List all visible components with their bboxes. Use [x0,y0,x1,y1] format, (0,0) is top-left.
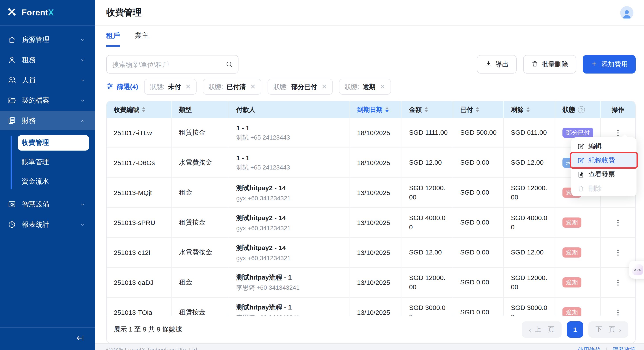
column-header[interactable]: 收費編號 [107,101,172,118]
pagination-summary: 展示 1 至 9 共 9 條數據 [114,325,182,334]
chip-key: 狀態: [273,83,288,91]
kebab-icon [614,308,622,316]
table-header: 收費編號類型付款人到期日期金額已付剩餘狀態?操作 [107,101,635,118]
cell-fee-id: 251017-D6Gs [107,148,172,177]
sidebar-item-people[interactable]: 人員 [0,70,95,90]
payer-name: 测试hitpay流程 - 1 [236,273,292,282]
terms-link[interactable]: 使用條款 [578,346,600,350]
cell-payer: 测试hitpay流程 - 1李思錡 +60 341343241 [229,268,350,297]
footer: ©2025 ForentX Technology Pte. Ltd. 使用條款 … [95,344,644,350]
payer-name: 测试hitpay2 - 14 [236,244,286,252]
filter-chip-2: 狀態:部分已付✕ [268,79,332,95]
chip-value: 部分已付 [291,83,317,91]
sidebar-item-contracts[interactable]: 契約檔案 [0,91,95,110]
cell-due-date: 13/10/2025 [350,268,402,297]
chevDown-icon [80,222,86,227]
table-row: 251013-sPRU租賃按金测试hitpay2 - 14gyx +60 341… [107,208,635,238]
next-page-button[interactable]: 下一頁 › [588,321,628,338]
sort-icon[interactable] [526,107,530,113]
sidebar-item-reports[interactable]: 報表統計 [0,215,95,234]
privacy-link[interactable]: 隱私政策 [613,346,636,350]
cell-due-date: 18/10/2025 [350,118,402,148]
sort-icon[interactable] [385,107,389,113]
cell-paid: SGD 500.00 [453,118,504,148]
cell-payer: 1 - 1測試 +65 24123443 [229,148,350,177]
page-title: 收費管理 [106,6,142,18]
toolbar-actions: 導出 批量刪除 添加費用 [477,55,636,74]
filter-button[interactable]: 篩選(4) [106,82,138,91]
sidebar: ForentX 房源管理租務人員契約檔案財務收費管理賬單管理資金流水智慧設備報表… [0,0,95,350]
sidebar-collapse-button[interactable] [76,334,85,344]
menu-item-label: 紀錄收費 [588,156,615,165]
avatar[interactable] [620,6,634,19]
cell-payer: 测试hitpay2 - 14gyx +60 341234321 [229,238,350,267]
bulk-delete-button[interactable]: 批量刪除 [523,55,576,74]
sidebar-item-properties[interactable]: 房源管理 [0,30,95,49]
sidebar-nav: 房源管理租務人員契約檔案財務收費管理賬單管理資金流水智慧設備報表統計 [0,25,95,327]
chip-remove-icon[interactable]: ✕ [185,83,191,91]
payer-contact: gyx +60 341234321 [236,194,291,201]
export-button[interactable]: 導出 [477,55,516,74]
cell-remaining: SGD 12.00 [504,148,556,177]
filter-bar: 篩選(4) 狀態:未付✕狀態:已付清✕狀態:部分已付✕狀態:逾期✕ [106,79,644,95]
cell-fee-id: 251013-qaDJ [107,268,172,297]
sidebar-submenu-finance: 收費管理賬單管理資金流水 [0,131,95,194]
assistant-widget[interactable]: >.< [629,261,644,279]
cell-paid: SGD 0.00 [453,268,504,297]
sort-icon[interactable] [476,107,479,113]
prev-page-button[interactable]: ‹ 上一頁 [522,321,562,338]
main-content: 收費管理 租戶業主 導出 [95,0,644,350]
column-header[interactable]: 到期日期 [350,101,402,118]
sidebar-subitem-bill-management[interactable]: 賬單管理 [0,152,95,172]
chevDown-icon [80,201,86,207]
row-actions-button[interactable] [612,246,624,259]
page-number-button[interactable]: 1 [567,321,583,338]
link-divider: | [606,347,608,350]
menu-item-record-payment[interactable]: 紀錄收費 [571,153,636,167]
fee-table-card: 收費編號類型付款人到期日期金額已付剩餘狀態?操作 251017-iTLw租賃按金… [106,101,636,344]
sort-icon[interactable] [424,107,428,113]
chip-remove-icon[interactable]: ✕ [250,83,256,91]
filter-chips: 狀態:未付✕狀態:已付清✕狀態:部分已付✕狀態:逾期✕ [144,79,391,95]
copyright-text: ©2025 ForentX Technology Pte. Ltd. [106,347,198,350]
search-input[interactable] [106,55,238,74]
sidebar-item-label: 房源管理 [22,35,49,44]
sidebar-item-smart-devices[interactable]: 智慧設備 [0,194,95,214]
cell-status: 逾期 [556,238,601,267]
cell-paid: SGD 0.00 [453,208,504,237]
sidebar-item-finance[interactable]: 財務 [0,111,95,130]
tab-bar: 租戶業主 [106,31,644,47]
column-label: 到期日期 [357,105,382,114]
trash-icon [531,60,538,68]
column-header[interactable]: 金額 [402,101,453,118]
menu-item-label: 刪除 [588,184,602,193]
column-header[interactable]: 已付 [453,101,504,118]
row-actions-button[interactable] [612,306,624,316]
sidebar-subitem-cash-flow[interactable]: 資金流水 [0,172,95,191]
column-header[interactable]: 剩餘 [504,101,556,118]
cell-status: 逾期 [556,268,601,297]
row-action-menu: 編輯紀錄收費查看發票刪除 [571,137,636,196]
search-box [106,55,238,74]
sidebar-item-leasing[interactable]: 租務 [0,50,95,70]
legal-links: 使用條款 | 隱私政策 [578,346,636,350]
cell-payer: 1 - 1測試 +65 24123443 [229,118,350,148]
help-icon[interactable]: ? [578,106,585,113]
row-actions-button[interactable] [612,216,624,229]
tab-tenant[interactable]: 租戶 [106,31,120,47]
chip-remove-icon[interactable]: ✕ [380,83,385,91]
sidebar-subitem-fee-management[interactable]: 收費管理 [18,135,89,151]
sort-icon[interactable] [142,107,146,113]
add-fee-button[interactable]: 添加費用 [583,55,636,74]
table-row: 251013-MQjt租金测试hitpay2 - 14gyx +60 34123… [107,178,635,208]
row-actions-button[interactable] [612,276,624,289]
chip-remove-icon[interactable]: ✕ [321,83,327,91]
cell-actions [601,298,635,316]
tab-owner[interactable]: 業主 [135,31,148,47]
sidebar-item-label: 智慧設備 [22,200,49,209]
menu-item-edit[interactable]: 編輯 [571,139,636,153]
brand-logo[interactable]: ForentX [0,0,95,25]
menu-item-view-invoice[interactable]: 查看發票 [571,167,636,181]
sidebar-item-label: 財務 [22,116,36,125]
status-badge: 逾期 [562,278,582,288]
